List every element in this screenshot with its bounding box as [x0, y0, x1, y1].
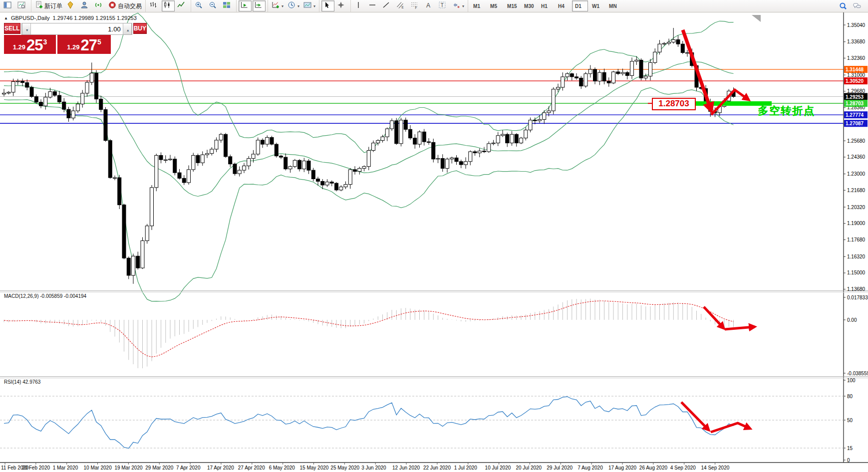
equidistant-channel-button[interactable]: E	[395, 0, 408, 11]
zoom-in-button[interactable]	[193, 0, 206, 11]
macd-axis-tick: 0.00	[847, 317, 857, 323]
arrows-icon	[452, 1, 460, 11]
vertical-line-button[interactable]	[353, 0, 366, 11]
chart-shift-icon	[254, 1, 262, 11]
tf-m15-button[interactable]: M15	[504, 0, 520, 11]
spinner-down-icon: ▼	[25, 28, 29, 32]
auto-scroll-icon	[240, 1, 248, 11]
price-badge-text: 1.27774	[846, 112, 864, 118]
rsi-arrow-1[interactable]	[681, 402, 709, 430]
chart-area[interactable]: 1.350401.336801.323601.310001.296801.283…	[0, 0, 868, 472]
tf-mn-button[interactable]: MN	[606, 0, 622, 11]
price-badge-text: 1.29253	[846, 94, 864, 100]
periods-button[interactable]: ▾	[286, 0, 301, 11]
volume-decrease-button[interactable]: ▼	[22, 23, 31, 34]
price-tick: 1.15000	[847, 270, 866, 275]
date-label: 19 Mar 2020	[114, 465, 143, 471]
macd-indicator-label: MACD(12,26,9) -0.005859 -0.004194	[4, 293, 86, 299]
text-button[interactable]: A	[423, 0, 436, 11]
candlestick-chart-button[interactable]	[162, 0, 175, 11]
tf-h1-label: H1	[541, 3, 548, 9]
price-tick: 1.33680	[847, 39, 866, 44]
tf-mn-label: MN	[609, 3, 617, 9]
horizontal-line-button[interactable]	[367, 0, 380, 11]
price-tick: 1.23000	[847, 171, 866, 177]
text-label-button[interactable]: T	[437, 0, 450, 11]
volume-increase-button[interactable]: ▲	[123, 23, 132, 34]
rsi-axis-tick: 0	[847, 458, 850, 463]
rsi-arrow-2[interactable]	[711, 423, 750, 432]
rsi-pane: 1008050150	[0, 378, 856, 463]
tf-m30-button[interactable]: M30	[521, 0, 537, 11]
chart-windows-button[interactable]	[2, 0, 15, 11]
collapse-panel-icon[interactable]: ▲	[4, 16, 8, 20]
svg-text:F: F	[415, 6, 417, 9]
buy-price-big: 27	[81, 38, 97, 53]
periods-icon	[288, 1, 295, 11]
data-window-button[interactable]	[16, 0, 29, 11]
macd-arrow-2[interactable]	[725, 327, 755, 329]
sell-price-sup: 3	[43, 38, 47, 46]
volume-input[interactable]	[31, 23, 123, 34]
trendline-button[interactable]	[381, 0, 394, 11]
price-tick: 1.25680	[847, 138, 866, 144]
macd-axis-tick: -0.038559	[847, 371, 868, 376]
tf-m15-label: M15	[507, 3, 517, 9]
tf-h1-button[interactable]: H1	[538, 0, 554, 11]
toolbar-group: ▾▾▾	[268, 0, 319, 12]
autotrading-button[interactable]: 自动交易	[107, 0, 143, 11]
toolbar-group: M1M5M15M30H1H4D1W1MN	[468, 0, 624, 12]
date-label: 22 Jun 2020	[423, 465, 451, 471]
tf-w1-label: W1	[592, 3, 599, 9]
zoom-out-button[interactable]	[207, 0, 220, 11]
tf-h4-label: H4	[558, 3, 565, 9]
arrows-dropdown-arrow[interactable]: ▾	[462, 4, 464, 8]
fibonacci-button[interactable]: F	[409, 0, 422, 11]
tf-m1-button[interactable]: M1	[470, 0, 486, 11]
price-tick: 1.31000	[847, 72, 866, 78]
tf-h4-button[interactable]: H4	[555, 0, 571, 11]
arrows-button[interactable]: ▾	[451, 0, 466, 11]
bar-chart-button[interactable]	[148, 0, 161, 11]
line-chart-button[interactable]	[176, 0, 189, 11]
chart-shift-button[interactable]	[253, 0, 266, 11]
indicators-dropdown-arrow[interactable]: ▾	[282, 4, 284, 8]
date-label: 15 May 2020	[300, 465, 329, 471]
metaeditor-button[interactable]	[65, 0, 78, 11]
tf-w1-button[interactable]: W1	[589, 0, 605, 11]
signals-icon	[94, 1, 102, 11]
cursor-button[interactable]	[321, 0, 334, 11]
turning-point-annotation[interactable]: 多空转折点	[758, 104, 815, 118]
date-label: 29 Mar 2020	[145, 465, 174, 471]
periods-dropdown-arrow[interactable]: ▾	[297, 4, 299, 8]
sell-price[interactable]: 1.29 25 3	[4, 35, 56, 54]
macd-arrow-1[interactable]	[704, 307, 724, 328]
chart-shift-marker[interactable]	[752, 15, 761, 22]
buy-price[interactable]: 1.29 27 5	[57, 35, 111, 54]
indicators-button[interactable]: ▾	[270, 0, 285, 11]
date-label: 20 Feb 2020	[22, 465, 50, 471]
market-button[interactable]	[79, 0, 92, 11]
date-label: 1 Jul 2020	[454, 465, 478, 471]
sell-button[interactable]: SELL	[4, 23, 20, 34]
templates-dropdown-arrow[interactable]: ▾	[313, 4, 315, 8]
tf-d1-button[interactable]: D1	[572, 0, 588, 11]
date-label: 3 Jun 2020	[361, 465, 386, 471]
date-label: 17 Apr 2020	[207, 465, 234, 471]
tile-windows-button[interactable]	[221, 0, 234, 11]
buy-button[interactable]: BUY	[133, 23, 147, 34]
date-axis[interactable]: 11 Feb 202020 Feb 20201 Mar 202010 Mar 2…	[1, 463, 730, 471]
tf-m5-button[interactable]: M5	[487, 0, 503, 11]
toolbar-group: EFAT▾	[350, 0, 468, 12]
price-axis[interactable]: 1.350401.336801.323601.310001.296801.283…	[0, 12, 868, 463]
signals-button[interactable]	[93, 0, 106, 11]
new-order-button[interactable]: 新订单	[33, 0, 64, 11]
templates-button[interactable]: ▾	[302, 0, 317, 11]
macd-pane: 0.0178330.00-0.038559	[4, 295, 868, 376]
auto-scroll-button[interactable]	[239, 0, 252, 11]
toolbar-right	[837, 0, 868, 11]
search-button[interactable]	[838, 0, 851, 11]
chat-button[interactable]	[852, 0, 865, 11]
support-price-label[interactable]: 1.28703	[652, 98, 696, 110]
crosshair-button[interactable]	[335, 0, 348, 11]
